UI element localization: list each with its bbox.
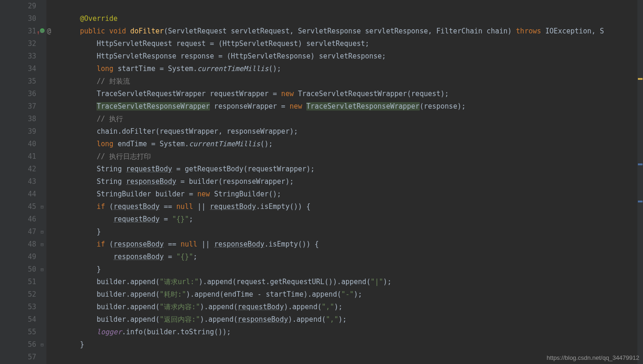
code-token: if [97, 240, 109, 248]
code-token: requestBody [113, 215, 159, 223]
code-line[interactable]: // 执行日志打印 [63, 150, 643, 163]
line-number: 56⊟ [0, 338, 36, 351]
code-line[interactable]: HttpServletRequest request = (HttpServle… [63, 38, 643, 50]
override-up-icon[interactable]: ↑ [37, 26, 40, 39]
code-line[interactable] [63, 0, 643, 13]
code-token: ).append(endTime - startTime).append( [186, 290, 341, 299]
line-number: 57 [0, 351, 36, 364]
code-token: builder.append( [97, 290, 159, 299]
line-number: 40 [0, 138, 36, 150]
line-number: 34 [0, 63, 36, 75]
fold-toggle-icon[interactable]: ⊟ [40, 226, 44, 238]
fold-toggle-icon[interactable]: ⊟ [40, 238, 44, 251]
code-line[interactable]: responseBody = "{}"; [63, 251, 643, 263]
code-token: chain.doFilter(requestWrapper, responseW… [97, 127, 298, 136]
line-number: 41 [0, 150, 36, 163]
gutter: 293031↑@⊟3233343536373839404142434445⊟46… [0, 0, 46, 364]
code-editor[interactable]: 293031↑@⊟3233343536373839404142434445⊟46… [0, 0, 643, 364]
code-line[interactable]: HttpServletResponse response = (HttpServ… [63, 50, 643, 63]
code-token: currentTimeMillis [197, 65, 269, 73]
watermark: https://blog.csdn.net/qq_34479912 [547, 354, 640, 361]
code-token: ).append( [284, 303, 321, 311]
code-token: TraceServletRequestWrapper requestWrappe… [97, 90, 281, 98]
fold-toggle-icon[interactable]: ⊟ [40, 338, 44, 351]
code-line[interactable]: public void doFilter(ServletRequest serv… [63, 25, 643, 38]
overview-ruler[interactable] [637, 0, 643, 364]
code-line[interactable]: builder.append("请求url:").append(request.… [63, 276, 643, 288]
code-token: builder.append( [97, 315, 159, 324]
code-line[interactable]: logger.info(builder.toString()); [63, 326, 643, 338]
code-line[interactable]: @Override [63, 13, 643, 25]
code-line[interactable]: StringBuilder builder = new StringBuilde… [63, 188, 643, 201]
code-line[interactable]: // 执行 [63, 113, 643, 125]
code-token: requestBody [210, 202, 256, 211]
code-token: requestBody [238, 303, 284, 311]
code-token: (); [260, 140, 273, 148]
code-line[interactable]: TraceServletResponseWrapper responseWrap… [63, 100, 643, 113]
code-line[interactable]: } [63, 263, 643, 276]
code-token: "," [326, 315, 338, 324]
annotation-gutter-icon: @ [47, 25, 51, 38]
line-number: 46 [0, 213, 36, 226]
code-token: responseBody [113, 253, 163, 261]
code-token: } [80, 340, 84, 349]
code-token: || [193, 202, 210, 211]
code-token: IOException, S [546, 27, 604, 35]
code-token: "请求内容:" [160, 303, 200, 311]
code-token: endTime = System. [117, 140, 189, 148]
code-token: TraceServletResponseWrapper [97, 102, 210, 110]
code-token: @Override [80, 14, 117, 23]
fold-toggle-icon[interactable]: ⊟ [40, 263, 44, 276]
line-number: 43 [0, 176, 36, 188]
code-token: null [181, 240, 197, 248]
code-token: new [281, 90, 298, 98]
code-token: // 封装流 [97, 77, 130, 85]
code-line[interactable]: if (requestBody == null || requestBody.i… [63, 201, 643, 213]
code-token: "耗时:" [160, 290, 186, 299]
line-number: 37 [0, 100, 36, 113]
code-line[interactable]: // 封装流 [63, 75, 643, 88]
code-line[interactable]: } [63, 226, 643, 238]
code-token: StringBuilder(); [214, 190, 281, 198]
code-token: "-" [341, 290, 354, 299]
code-line[interactable]: long endTime = System.currentTimeMillis(… [63, 138, 643, 150]
code-line[interactable]: long startTime = System.currentTimeMilli… [63, 63, 643, 75]
code-token: builder.append( [97, 278, 159, 286]
code-line[interactable]: requestBody = "{}"; [63, 213, 643, 226]
code-line[interactable]: builder.append("返回内容:").append(responseB… [63, 313, 643, 326]
code-line[interactable]: } [63, 338, 643, 351]
code-token: doFilter [130, 27, 164, 35]
code-token: ; [193, 253, 197, 261]
code-token: public [80, 27, 109, 35]
code-token: ).append( [288, 315, 325, 324]
fold-toggle-icon[interactable]: ⊟ [40, 201, 44, 213]
code-token: long [97, 140, 117, 148]
line-number: 50⊟ [0, 263, 36, 276]
code-token: == [164, 240, 181, 248]
overview-marker[interactable] [638, 78, 643, 80]
code-token: } [97, 265, 101, 273]
code-line[interactable]: builder.append("请求内容:").append(requestBo… [63, 301, 643, 313]
code-line[interactable]: builder.append("耗时:").append(endTime - s… [63, 288, 643, 301]
line-number: 45⊟ [0, 201, 36, 213]
overview-marker[interactable] [638, 201, 643, 202]
code-token: TraceServletRequestWrapper(request); [298, 90, 449, 98]
code-token: ).append(request.getRequestURL()).append… [199, 278, 370, 286]
code-area[interactable]: @Override public void doFilter(ServletRe… [46, 0, 643, 364]
code-token: "请求url:" [160, 278, 199, 286]
code-line[interactable]: chain.doFilter(requestWrapper, responseW… [63, 125, 643, 138]
line-number: 35 [0, 75, 36, 88]
code-token: logger [97, 328, 122, 336]
overview-marker[interactable] [638, 163, 643, 165]
code-line[interactable]: String responseBody = builder(responseWr… [63, 176, 643, 188]
code-line[interactable]: String requestBody = getRequestBody(requ… [63, 163, 643, 176]
code-token: .isEmpty()) { [256, 202, 310, 211]
code-token: ); [334, 303, 343, 311]
code-token: requestBody [113, 202, 159, 211]
code-token: HttpServletRequest request = (HttpServle… [97, 39, 369, 48]
code-token: builder.append( [97, 303, 159, 311]
code-line[interactable]: TraceServletRequestWrapper requestWrappe… [63, 88, 643, 100]
code-line[interactable]: if (responseBody == null || responseBody… [63, 238, 643, 251]
fold-toggle-icon[interactable]: ⊟ [40, 25, 44, 38]
code-token: ); [338, 315, 347, 324]
